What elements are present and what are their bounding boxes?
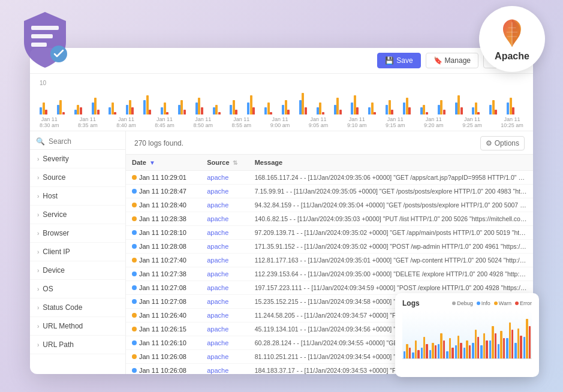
chevron-right-icon: › — [37, 304, 39, 311]
mini-bar-segment — [492, 326, 493, 358]
sidebar-item-browser[interactable]: ›Browser — [30, 224, 125, 243]
table-row[interactable]: Jan 11 10:28:10 apache 97.209.139.71 - -… — [126, 226, 533, 240]
severity-dot — [132, 230, 137, 235]
chart-bar-segment — [477, 112, 480, 114]
severity-dot — [132, 354, 137, 359]
date-cell: Jan 11 10:28:40 — [126, 198, 201, 212]
save-button[interactable]: 💾 Save — [377, 53, 420, 68]
sidebar-item-status-code[interactable]: ›Status Code — [30, 298, 125, 317]
chart-x-label: Jan 11 9:00 am — [270, 116, 290, 128]
shield-icon — [18, 9, 72, 69]
chart-bar-segment — [218, 112, 221, 114]
sidebar-item-client-ip[interactable]: ›Client IP — [30, 243, 125, 261]
legend-label: Warn — [499, 300, 511, 306]
chart-bar-segment — [408, 107, 411, 114]
chart-bar-group — [489, 100, 506, 114]
chart-bar-segment — [495, 110, 497, 114]
source-cell: apache — [201, 212, 248, 226]
table-row[interactable]: Jan 11 10:28:40 apache 94.32.84.159 - - … — [126, 198, 533, 212]
chart-bars — [40, 88, 523, 114]
apache-label: Apache — [495, 51, 529, 62]
chart-bar-segment — [166, 112, 168, 114]
message-cell: 168.165.117.24 - - [11/Jan/2024:09:35:06… — [249, 171, 533, 185]
mini-bar-segment — [475, 330, 477, 358]
chart-bar-segment — [334, 105, 336, 114]
chart-x-labels: Jan 11 8:30 amJan 11 8:35 amJan 11 8:40 … — [40, 116, 523, 128]
mini-bar-segment — [472, 343, 474, 358]
mini-bar-group — [480, 333, 487, 358]
chart-bar-segment — [420, 107, 423, 114]
mini-bar-segment — [463, 348, 465, 358]
table-row[interactable]: Jan 11 10:27:40 apache 112.81.177.163 - … — [126, 254, 533, 267]
sidebar-item-severity[interactable]: ›Severity — [30, 150, 125, 168]
legend-label: Info — [481, 300, 490, 306]
chart-bar-segment — [317, 107, 319, 114]
sidebar-item-service[interactable]: ›Service — [30, 206, 125, 224]
chart-bar-segment — [77, 105, 79, 114]
mini-bar-segment — [417, 350, 419, 358]
message-cell: 97.209.139.71 - - [11/Jan/2024:09:35:02 … — [249, 226, 533, 240]
mini-bar-group — [438, 333, 445, 358]
chevron-right-icon: › — [37, 156, 39, 162]
chart-x-label: Jan 11 9:15 am — [386, 116, 405, 128]
chart-bar-segment — [391, 110, 393, 114]
chart-bar-group — [351, 95, 368, 114]
chart-bar-group — [195, 98, 212, 114]
mini-bar-group — [421, 337, 428, 358]
mini-bar-segment — [451, 348, 453, 358]
severity-dot — [132, 340, 137, 345]
date-cell: Jan 11 10:28:08 — [126, 240, 201, 254]
mini-bar-segment — [421, 348, 423, 358]
source-cell: apache — [201, 171, 248, 185]
mini-bar-group — [463, 340, 471, 358]
chart-bar-segment — [247, 102, 249, 114]
chart-bar-segment — [233, 100, 235, 114]
table-row[interactable]: Jan 11 10:28:47 apache 7.15.99.91 - - [1… — [126, 185, 533, 198]
chart-bar-segment — [492, 100, 495, 114]
chart-bar-segment — [45, 110, 47, 114]
chart-bar-segment — [507, 102, 509, 114]
search-input[interactable] — [49, 137, 119, 146]
mini-bar-segment — [406, 344, 408, 358]
chart-bar-group — [317, 102, 333, 114]
manage-button[interactable]: 🔖 Manage — [426, 53, 478, 68]
legend-dot — [515, 301, 519, 305]
sidebar: 🔍 ›Severity›Source›Host›Service›Browser›… — [30, 131, 126, 374]
chart-bar-segment — [215, 105, 218, 114]
chart-x-label: Jan 11 9:10 am — [347, 116, 367, 128]
date-cell: Jan 11 10:27:40 — [126, 254, 201, 267]
chart-bar-segment — [440, 100, 442, 114]
chevron-right-icon: › — [37, 286, 39, 293]
chart-bar-segment — [213, 107, 215, 114]
source-cell: apache — [201, 254, 248, 267]
chart-bar-segment — [149, 110, 151, 114]
sidebar-item-url-path[interactable]: ›URL Path — [30, 336, 125, 354]
mini-bar-segment — [466, 340, 468, 358]
col-source[interactable]: Source ⇅ — [201, 155, 248, 171]
sidebar-item-device[interactable]: ›Device — [30, 261, 125, 280]
legend-item: Warn — [494, 300, 511, 306]
sidebar-item-url-method[interactable]: ›URL Method — [30, 317, 125, 336]
chart-bar-segment — [423, 105, 425, 114]
mini-bar-group — [506, 322, 513, 358]
chart-bar-group — [143, 95, 160, 114]
chart-bar-segment — [43, 102, 45, 114]
options-button[interactable]: ⚙ Options — [480, 136, 525, 150]
chart-bar-group — [57, 100, 74, 114]
table-row[interactable]: Jan 11 10:28:38 apache 140.6.82.15 - - [… — [126, 212, 533, 226]
legend-label: Debug — [457, 300, 473, 306]
sidebar-item-os[interactable]: ›OS — [30, 280, 125, 298]
sidebar-item-host[interactable]: ›Host — [30, 187, 125, 206]
mini-bar-segment — [415, 340, 417, 358]
table-row[interactable]: Jan 11 10:27:38 apache 112.239.153.64 - … — [126, 267, 533, 281]
chart-bar-segment — [460, 107, 463, 114]
source-cell: apache — [201, 226, 248, 240]
col-date[interactable]: Date ▼ — [126, 155, 201, 171]
sidebar-item-source[interactable]: ›Source — [30, 168, 125, 187]
source-cell: apache — [201, 281, 248, 295]
table-row[interactable]: Jan 11 10:28:08 apache 171.35.91.152 - -… — [126, 240, 533, 254]
table-row[interactable]: Jan 11 10:29:01 apache 168.165.117.24 - … — [126, 171, 533, 185]
chart-x-label: Jan 11 8:35 am — [78, 116, 98, 128]
mini-bar-segment — [455, 345, 457, 358]
severity-dot — [132, 368, 137, 373]
